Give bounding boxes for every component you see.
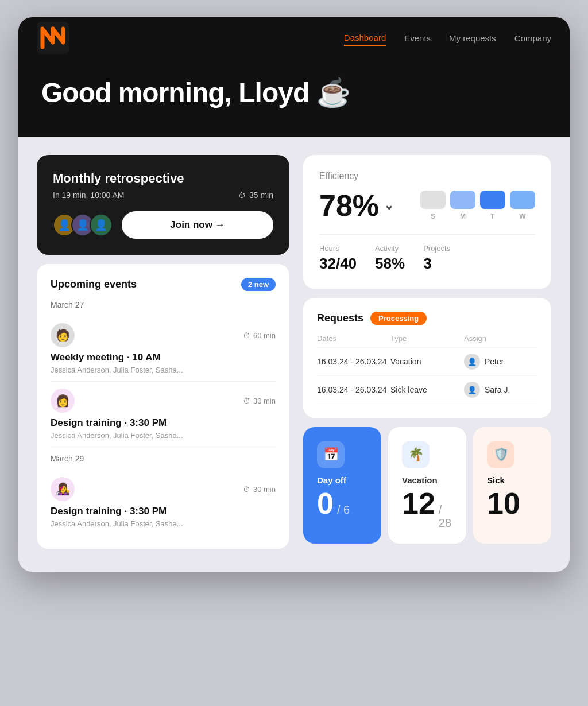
sick-icon: 🛡️ bbox=[487, 441, 514, 468]
upcoming-events-card: Upcoming events 2 new March 27 🧑 ⏱ 60 mi… bbox=[37, 264, 289, 549]
nav-events[interactable]: Events bbox=[404, 31, 431, 45]
vacation-count: 12 / 28 bbox=[402, 488, 452, 530]
sick-number: 10 bbox=[487, 488, 520, 518]
stat-hours: Hours 32/40 bbox=[319, 244, 357, 273]
stat-hours-value: 32/40 bbox=[319, 255, 357, 273]
day-off-icon: 📅 bbox=[317, 441, 345, 468]
day-col-s: S bbox=[420, 191, 446, 220]
event-avatar-3: 👩‍🎤 bbox=[51, 477, 75, 501]
efficiency-label: Efficiency bbox=[319, 171, 535, 181]
day-off-total: / 6 bbox=[337, 503, 350, 517]
new-events-badge: 2 new bbox=[241, 278, 276, 291]
date-march-29: March 29 bbox=[51, 454, 276, 463]
day-bar-w bbox=[510, 191, 535, 209]
greeting-text: Good morning, Lloyd ☕ bbox=[41, 77, 547, 109]
sick-card: 🛡️ Sick 10 bbox=[473, 427, 551, 544]
row1-type: Vacation bbox=[390, 357, 464, 366]
day-off-card: 📅 Day off 0 / 6 bbox=[303, 427, 381, 544]
clock-icon: ⏱ bbox=[243, 397, 250, 405]
nav-company[interactable]: Company bbox=[514, 31, 551, 45]
efficiency-stats: Hours 32/40 Activity 58% Projects 3 bbox=[319, 234, 535, 273]
logo[interactable] bbox=[37, 22, 69, 54]
event-item: 🧑 ⏱ 60 min Weekly meeting · 10 AM Jessic… bbox=[51, 316, 276, 382]
col-dates: Dates bbox=[317, 334, 390, 343]
row1-avatar: 👤 bbox=[464, 354, 480, 370]
clock-icon: ⏱ bbox=[243, 485, 250, 494]
row1-dates: 16.03.24 - 26.03.24 bbox=[317, 357, 390, 366]
vacation-icon: 🌴 bbox=[402, 441, 430, 468]
col-type: Type bbox=[390, 334, 464, 343]
efficiency-card: Efficiency 78% ⌄ S M bbox=[303, 155, 551, 289]
event-attendees-1: Jessica Anderson, Julia Foster, Sasha... bbox=[51, 366, 276, 374]
day-label-s: S bbox=[431, 212, 435, 220]
nav-dashboard[interactable]: Dashboard bbox=[344, 30, 386, 46]
day-off-count: 0 / 6 bbox=[317, 488, 368, 518]
vacation-number: 12 bbox=[402, 488, 435, 518]
day-bar-m bbox=[450, 191, 475, 209]
event-duration-3: ⏱ 30 min bbox=[243, 485, 276, 494]
stat-projects: Projects 3 bbox=[423, 244, 450, 273]
requests-table: Dates Type Assign 16.03.24 - 26.03.24 Va… bbox=[317, 334, 537, 404]
table-row: 16.03.24 - 26.03.24 Sick leave 👤 Sara J. bbox=[317, 376, 537, 404]
processing-badge: Processing bbox=[370, 312, 427, 325]
events-title: Upcoming events bbox=[51, 278, 137, 290]
clock-icon: ⏱ bbox=[243, 331, 250, 340]
row2-avatar: 👤 bbox=[464, 382, 480, 398]
avatar-3: 👤 bbox=[90, 214, 113, 236]
col-assign: Assign bbox=[464, 334, 537, 343]
bottom-cards: 📅 Day off 0 / 6 🌴 Vacation 12 bbox=[303, 427, 551, 544]
event-attendees-3: Jessica Anderson, Julia Foster, Sasha... bbox=[51, 519, 276, 528]
requests-title: Requests bbox=[317, 312, 363, 324]
date-march-27: March 27 bbox=[51, 300, 276, 309]
day-bar-t bbox=[480, 191, 505, 209]
event-name-1: Weekly meeting · 10 AM bbox=[51, 352, 276, 363]
stat-activity-label: Activity bbox=[375, 244, 405, 253]
event-item: 👩‍🎤 ⏱ 30 min Design training · 3:30 PM J… bbox=[51, 470, 276, 535]
days-bar: S M T W bbox=[420, 191, 535, 220]
meeting-card: Monthly retrospective In 19 min, 10:00 A… bbox=[37, 155, 289, 255]
row1-assignee: 👤 Peter bbox=[464, 354, 537, 370]
table-header: Dates Type Assign bbox=[317, 334, 537, 348]
event-avatar-2: 👩 bbox=[51, 389, 75, 413]
clock-icon: ⏱ bbox=[238, 191, 246, 200]
left-column: Monthly retrospective In 19 min, 10:00 A… bbox=[37, 155, 289, 549]
main-content: Monthly retrospective In 19 min, 10:00 A… bbox=[18, 137, 570, 572]
requests-card: Requests Processing Dates Type Assign 16… bbox=[303, 298, 551, 418]
shield-icon: 🛡️ bbox=[493, 447, 509, 462]
nav-my-requests[interactable]: My requests bbox=[449, 31, 496, 45]
day-col-m: M bbox=[450, 191, 475, 220]
header: Dashboard Events My requests Company bbox=[18, 17, 570, 59]
vacation-card: 🌴 Vacation 12 / 28 bbox=[388, 427, 466, 544]
row2-dates: 16.03.24 - 26.03.24 bbox=[317, 385, 390, 394]
table-row: 16.03.24 - 26.03.24 Vacation 👤 Peter bbox=[317, 348, 537, 376]
right-column: Efficiency 78% ⌄ S M bbox=[303, 155, 551, 549]
day-label-m: M bbox=[460, 212, 466, 220]
meeting-duration: ⏱ 35 min bbox=[238, 191, 273, 200]
day-off-number: 0 bbox=[317, 488, 334, 518]
day-bar-s bbox=[420, 191, 446, 209]
stat-projects-label: Projects bbox=[423, 244, 450, 253]
sick-count: 10 bbox=[487, 488, 537, 518]
event-duration-2: ⏱ 30 min bbox=[243, 397, 276, 405]
stat-activity: Activity 58% bbox=[375, 244, 405, 273]
main-nav: Dashboard Events My requests Company bbox=[344, 30, 551, 46]
palm-tree-icon: 🌴 bbox=[408, 447, 424, 462]
day-off-label: Day off bbox=[317, 475, 368, 485]
row2-type: Sick leave bbox=[390, 385, 464, 394]
event-name-3: Design training · 3:30 PM bbox=[51, 506, 276, 517]
day-label-t: T bbox=[490, 212, 494, 220]
vacation-total: / 28 bbox=[439, 503, 452, 530]
row2-assignee: 👤 Sara J. bbox=[464, 382, 537, 398]
meeting-title: Monthly retrospective bbox=[53, 171, 273, 186]
event-name-2: Design training · 3:30 PM bbox=[51, 417, 276, 429]
hero-banner: Good morning, Lloyd ☕ bbox=[18, 59, 570, 137]
day-col-t: T bbox=[480, 191, 505, 220]
join-now-button[interactable]: Join now → bbox=[122, 211, 273, 239]
stat-activity-value: 58% bbox=[375, 255, 405, 273]
event-attendees-2: Jessica Anderson, Julia Foster, Sasha... bbox=[51, 431, 276, 440]
day-col-w: W bbox=[510, 191, 535, 220]
event-duration-1: ⏱ 60 min bbox=[243, 331, 276, 340]
day-label-w: W bbox=[519, 212, 525, 220]
chevron-down-icon[interactable]: ⌄ bbox=[384, 198, 394, 213]
event-item: 👩 ⏱ 30 min Design training · 3:30 PM Jes… bbox=[51, 382, 276, 447]
